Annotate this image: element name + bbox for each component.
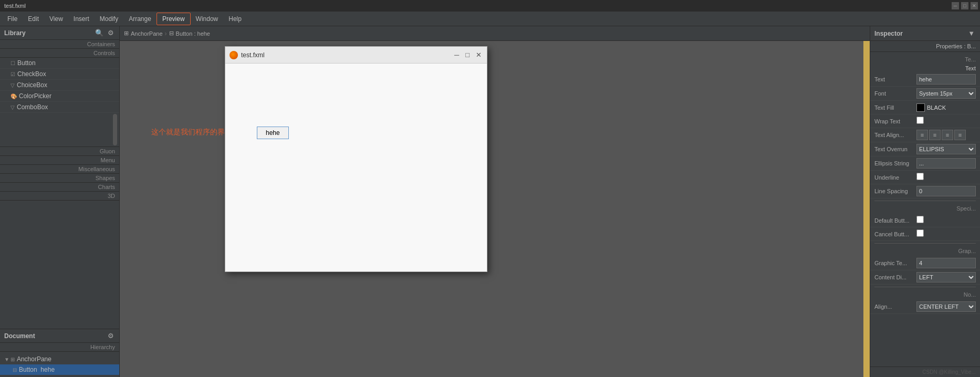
textoverrun-value[interactable]: ELLIPSIS [916, 144, 976, 154]
graphictext-input[interactable] [916, 258, 976, 268]
document-settings-icon[interactable]: ⚙ [107, 332, 115, 340]
breadcrumb-button-icon: ⊟ [169, 30, 174, 37]
preview-title-text: test.fxml [241, 51, 265, 59]
inspector-ellipsis-row: Ellipsis String [870, 156, 980, 171]
inspector-text-row: Text [870, 72, 980, 87]
search-icon[interactable]: 🔍 [94, 29, 105, 37]
inspector-graphictext-row: Graphic Te... [870, 256, 980, 270]
ellipsis-label: Ellipsis String [874, 160, 916, 166]
defaultbtn-label: Default Butt... [874, 217, 916, 224]
preview-maximize-btn[interactable]: □ [464, 51, 471, 59]
menu-file[interactable]: File [2, 13, 23, 25]
cancelbtn-label: Cancel Butt... [874, 231, 916, 237]
underline-value[interactable] [916, 173, 976, 182]
wraptext-checkbox[interactable] [916, 117, 924, 124]
textfill-value[interactable]: BLACK [916, 103, 976, 112]
defaultbtn-checkbox[interactable] [916, 216, 924, 223]
breadcrumb-button-label: Button : hehe [176, 30, 210, 37]
preview-close-btn[interactable]: ✕ [475, 51, 483, 59]
preview-content: hehe [225, 64, 487, 271]
center-area: ⊞ AnchorPane › ⊟ Button : hehe 这个就是我 [120, 26, 870, 377]
combobox-icon: ▽ [11, 104, 15, 110]
close-button[interactable]: ✕ [971, 2, 978, 9]
align-center-btn[interactable]: ≡ [929, 130, 941, 140]
separator-1 [874, 201, 976, 201]
preview-hehe-button[interactable]: hehe [257, 127, 289, 139]
text-input[interactable] [916, 74, 976, 85]
menu-modify[interactable]: Modify [95, 13, 123, 25]
breadcrumb-separator: › [165, 30, 167, 37]
settings-icon[interactable]: ⚙ [107, 29, 115, 37]
hierarchy-anchorpane[interactable]: ▼ ⊞ AnchorPane [0, 354, 119, 364]
text-section-header: Te... [870, 54, 980, 65]
ellipsis-input[interactable] [916, 158, 976, 169]
graphictext-value[interactable] [916, 258, 976, 268]
sidebar-item-checkbox[interactable]: ☑ CheckBox [0, 69, 119, 80]
minimize-button[interactable]: ─ [952, 2, 959, 9]
inspector-textalign-row: Text Align... ≡ ≡ ≡ ≡ [870, 128, 980, 142]
menu-view[interactable]: View [44, 13, 68, 25]
font-value-container[interactable]: System 15px [916, 88, 976, 99]
properties-tab[interactable]: Properties : B... [870, 41, 980, 52]
wraptext-value[interactable] [916, 117, 976, 125]
preview-title-left: test.fxml [230, 51, 265, 59]
app-title: test.fxml [4, 3, 26, 9]
expand-icon-anchor: ▼ [4, 357, 9, 362]
hierarchy-button-hehe[interactable]: ⊟ Button hehe [0, 364, 119, 375]
inspector-cancelbtn-row: Cancel Butt... [870, 227, 980, 241]
menu-window[interactable]: Window [191, 13, 224, 25]
textoverrun-select[interactable]: ELLIPSIS [916, 144, 976, 154]
contentdisplay-select[interactable]: LEFT [916, 272, 976, 282]
inspector-arrow-icon[interactable]: ▼ [967, 29, 976, 37]
cancelbtn-checkbox[interactable] [916, 229, 924, 237]
linespacing-label: Line Spacing [874, 188, 916, 194]
text-value-container[interactable] [916, 74, 976, 85]
textalign-buttons: ≡ ≡ ≡ ≡ [916, 130, 976, 140]
hierarchy-button-label: Button hehe [19, 366, 55, 373]
linespacing-input[interactable] [916, 186, 976, 196]
button-node-icon: ⊟ [13, 367, 17, 373]
sidebar-item-button[interactable]: ☐ Button [0, 58, 119, 69]
font-select[interactable]: System 15px [916, 88, 976, 99]
alignment-value[interactable]: CENTER LEFT [916, 301, 976, 312]
sidebar-item-choicebox[interactable]: ▽ ChoiceBox [0, 80, 119, 91]
sidebar-item-combobox-label: ComboBox [17, 103, 48, 111]
document-section: Document ⚙ Hierarchy ▼ ⊞ AnchorPane ⊟ Bu… [0, 329, 119, 377]
maximize-button[interactable]: □ [961, 2, 968, 9]
text-section-sublabel: Text [870, 65, 980, 72]
separator-3 [874, 287, 976, 287]
color-swatch-black[interactable] [916, 103, 925, 112]
inspector-wraptext-row: Wrap Text [870, 114, 980, 128]
inspector-underline-row: Underline [870, 171, 980, 184]
menu-preview[interactable]: Preview [157, 13, 191, 25]
ellipsis-value[interactable] [916, 158, 976, 169]
preview-minimize-btn[interactable]: ─ [453, 51, 460, 59]
menu-help[interactable]: Help [223, 13, 247, 25]
align-left-btn[interactable]: ≡ [916, 130, 928, 140]
preview-title-bar: test.fxml ─ □ ✕ [225, 47, 487, 64]
section-charts: Charts [0, 183, 119, 192]
section-shapes: Shapes [0, 174, 119, 183]
hierarchy-section-label: Hierarchy [0, 343, 119, 352]
menu-insert[interactable]: Insert [68, 13, 95, 25]
sidebar-item-combobox[interactable]: ▽ ComboBox [0, 102, 119, 113]
underline-checkbox[interactable] [916, 173, 924, 180]
properties-label: Properties : B... [936, 43, 976, 49]
alignment-select[interactable]: CENTER LEFT [916, 301, 976, 312]
sidebar-item-choicebox-label: ChoiceBox [17, 81, 47, 89]
contentdisplay-value[interactable]: LEFT [916, 272, 976, 282]
section-controls: Controls [0, 49, 119, 58]
align-justify-btn[interactable]: ≡ [954, 130, 966, 140]
cancelbtn-value[interactable] [916, 229, 976, 238]
canvas-area[interactable]: 这个就是我们程序的界面了 test.fxml ─ □ ✕ hehe [120, 41, 870, 377]
defaultbtn-value[interactable] [916, 216, 976, 225]
colorpicker-icon: 🎨 [11, 93, 17, 99]
sidebar-item-button-label: Button [17, 59, 36, 67]
sidebar-item-colorpicker[interactable]: 🎨 ColorPicker [0, 91, 119, 102]
menu-arrange[interactable]: Arrange [123, 13, 157, 25]
section-containers: Containers [0, 40, 119, 49]
vertical-scrollbar[interactable] [863, 41, 870, 377]
menu-edit[interactable]: Edit [23, 13, 44, 25]
linespacing-value[interactable] [916, 186, 976, 196]
align-right-btn[interactable]: ≡ [942, 130, 953, 140]
